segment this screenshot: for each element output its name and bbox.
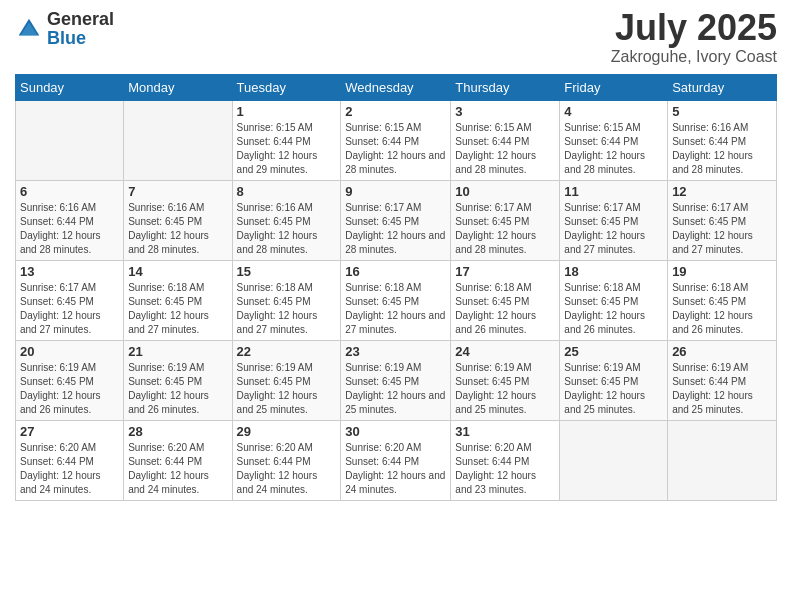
day-number: 27: [20, 424, 119, 439]
calendar-cell: 29Sunrise: 6:20 AMSunset: 6:44 PMDayligh…: [232, 421, 341, 501]
day-info: Sunrise: 6:19 AMSunset: 6:45 PMDaylight:…: [128, 361, 227, 417]
day-number: 6: [20, 184, 119, 199]
calendar: SundayMondayTuesdayWednesdayThursdayFrid…: [15, 74, 777, 501]
day-info: Sunrise: 6:18 AMSunset: 6:45 PMDaylight:…: [128, 281, 227, 337]
calendar-cell: 14Sunrise: 6:18 AMSunset: 6:45 PMDayligh…: [124, 261, 232, 341]
day-number: 23: [345, 344, 446, 359]
day-number: 28: [128, 424, 227, 439]
calendar-cell: [560, 421, 668, 501]
calendar-cell: 11Sunrise: 6:17 AMSunset: 6:45 PMDayligh…: [560, 181, 668, 261]
calendar-cell: 21Sunrise: 6:19 AMSunset: 6:45 PMDayligh…: [124, 341, 232, 421]
day-info: Sunrise: 6:16 AMSunset: 6:44 PMDaylight:…: [672, 121, 772, 177]
day-info: Sunrise: 6:20 AMSunset: 6:44 PMDaylight:…: [345, 441, 446, 497]
day-number: 2: [345, 104, 446, 119]
day-number: 17: [455, 264, 555, 279]
weekday-header: Friday: [560, 75, 668, 101]
calendar-cell: 15Sunrise: 6:18 AMSunset: 6:45 PMDayligh…: [232, 261, 341, 341]
calendar-cell: [124, 101, 232, 181]
calendar-cell: [16, 101, 124, 181]
logo-text: General Blue: [47, 10, 114, 48]
day-info: Sunrise: 6:17 AMSunset: 6:45 PMDaylight:…: [672, 201, 772, 257]
day-info: Sunrise: 6:19 AMSunset: 6:45 PMDaylight:…: [564, 361, 663, 417]
weekday-header-row: SundayMondayTuesdayWednesdayThursdayFrid…: [16, 75, 777, 101]
day-info: Sunrise: 6:15 AMSunset: 6:44 PMDaylight:…: [564, 121, 663, 177]
calendar-cell: 10Sunrise: 6:17 AMSunset: 6:45 PMDayligh…: [451, 181, 560, 261]
day-number: 15: [237, 264, 337, 279]
calendar-cell: 3Sunrise: 6:15 AMSunset: 6:44 PMDaylight…: [451, 101, 560, 181]
day-info: Sunrise: 6:19 AMSunset: 6:45 PMDaylight:…: [20, 361, 119, 417]
day-info: Sunrise: 6:18 AMSunset: 6:45 PMDaylight:…: [672, 281, 772, 337]
calendar-cell: [668, 421, 777, 501]
day-info: Sunrise: 6:17 AMSunset: 6:45 PMDaylight:…: [20, 281, 119, 337]
calendar-cell: 13Sunrise: 6:17 AMSunset: 6:45 PMDayligh…: [16, 261, 124, 341]
day-info: Sunrise: 6:20 AMSunset: 6:44 PMDaylight:…: [20, 441, 119, 497]
week-row: 6Sunrise: 6:16 AMSunset: 6:44 PMDaylight…: [16, 181, 777, 261]
calendar-cell: 8Sunrise: 6:16 AMSunset: 6:45 PMDaylight…: [232, 181, 341, 261]
week-row: 1Sunrise: 6:15 AMSunset: 6:44 PMDaylight…: [16, 101, 777, 181]
day-info: Sunrise: 6:15 AMSunset: 6:44 PMDaylight:…: [237, 121, 337, 177]
day-info: Sunrise: 6:17 AMSunset: 6:45 PMDaylight:…: [455, 201, 555, 257]
week-row: 13Sunrise: 6:17 AMSunset: 6:45 PMDayligh…: [16, 261, 777, 341]
title-section: July 2025 Zakroguhe, Ivory Coast: [611, 10, 777, 66]
day-info: Sunrise: 6:17 AMSunset: 6:45 PMDaylight:…: [564, 201, 663, 257]
day-info: Sunrise: 6:18 AMSunset: 6:45 PMDaylight:…: [455, 281, 555, 337]
day-info: Sunrise: 6:18 AMSunset: 6:45 PMDaylight:…: [564, 281, 663, 337]
day-number: 19: [672, 264, 772, 279]
calendar-cell: 4Sunrise: 6:15 AMSunset: 6:44 PMDaylight…: [560, 101, 668, 181]
logo-blue: Blue: [47, 28, 86, 48]
day-info: Sunrise: 6:17 AMSunset: 6:45 PMDaylight:…: [345, 201, 446, 257]
day-info: Sunrise: 6:18 AMSunset: 6:45 PMDaylight:…: [237, 281, 337, 337]
weekday-header: Monday: [124, 75, 232, 101]
day-number: 25: [564, 344, 663, 359]
calendar-cell: 9Sunrise: 6:17 AMSunset: 6:45 PMDaylight…: [341, 181, 451, 261]
calendar-cell: 17Sunrise: 6:18 AMSunset: 6:45 PMDayligh…: [451, 261, 560, 341]
weekday-header: Wednesday: [341, 75, 451, 101]
day-number: 12: [672, 184, 772, 199]
day-info: Sunrise: 6:16 AMSunset: 6:44 PMDaylight:…: [20, 201, 119, 257]
weekday-header: Saturday: [668, 75, 777, 101]
day-number: 16: [345, 264, 446, 279]
day-info: Sunrise: 6:15 AMSunset: 6:44 PMDaylight:…: [345, 121, 446, 177]
calendar-cell: 12Sunrise: 6:17 AMSunset: 6:45 PMDayligh…: [668, 181, 777, 261]
calendar-cell: 5Sunrise: 6:16 AMSunset: 6:44 PMDaylight…: [668, 101, 777, 181]
week-row: 20Sunrise: 6:19 AMSunset: 6:45 PMDayligh…: [16, 341, 777, 421]
calendar-cell: 31Sunrise: 6:20 AMSunset: 6:44 PMDayligh…: [451, 421, 560, 501]
day-info: Sunrise: 6:19 AMSunset: 6:45 PMDaylight:…: [455, 361, 555, 417]
day-number: 31: [455, 424, 555, 439]
calendar-cell: 2Sunrise: 6:15 AMSunset: 6:44 PMDaylight…: [341, 101, 451, 181]
calendar-cell: 18Sunrise: 6:18 AMSunset: 6:45 PMDayligh…: [560, 261, 668, 341]
location-title: Zakroguhe, Ivory Coast: [611, 48, 777, 66]
day-number: 3: [455, 104, 555, 119]
day-info: Sunrise: 6:15 AMSunset: 6:44 PMDaylight:…: [455, 121, 555, 177]
month-title: July 2025: [611, 10, 777, 46]
weekday-header: Tuesday: [232, 75, 341, 101]
day-number: 1: [237, 104, 337, 119]
header: General Blue July 2025 Zakroguhe, Ivory …: [15, 10, 777, 66]
day-info: Sunrise: 6:16 AMSunset: 6:45 PMDaylight:…: [237, 201, 337, 257]
calendar-cell: 22Sunrise: 6:19 AMSunset: 6:45 PMDayligh…: [232, 341, 341, 421]
calendar-cell: 30Sunrise: 6:20 AMSunset: 6:44 PMDayligh…: [341, 421, 451, 501]
day-number: 10: [455, 184, 555, 199]
day-info: Sunrise: 6:20 AMSunset: 6:44 PMDaylight:…: [455, 441, 555, 497]
day-number: 9: [345, 184, 446, 199]
calendar-cell: 1Sunrise: 6:15 AMSunset: 6:44 PMDaylight…: [232, 101, 341, 181]
week-row: 27Sunrise: 6:20 AMSunset: 6:44 PMDayligh…: [16, 421, 777, 501]
calendar-cell: 20Sunrise: 6:19 AMSunset: 6:45 PMDayligh…: [16, 341, 124, 421]
day-number: 30: [345, 424, 446, 439]
calendar-cell: 27Sunrise: 6:20 AMSunset: 6:44 PMDayligh…: [16, 421, 124, 501]
day-number: 14: [128, 264, 227, 279]
calendar-cell: 16Sunrise: 6:18 AMSunset: 6:45 PMDayligh…: [341, 261, 451, 341]
day-number: 4: [564, 104, 663, 119]
day-info: Sunrise: 6:20 AMSunset: 6:44 PMDaylight:…: [237, 441, 337, 497]
day-number: 11: [564, 184, 663, 199]
day-info: Sunrise: 6:19 AMSunset: 6:45 PMDaylight:…: [237, 361, 337, 417]
day-number: 13: [20, 264, 119, 279]
calendar-cell: 6Sunrise: 6:16 AMSunset: 6:44 PMDaylight…: [16, 181, 124, 261]
day-number: 5: [672, 104, 772, 119]
logo-icon: [15, 15, 43, 43]
calendar-cell: 26Sunrise: 6:19 AMSunset: 6:44 PMDayligh…: [668, 341, 777, 421]
day-number: 24: [455, 344, 555, 359]
weekday-header: Sunday: [16, 75, 124, 101]
calendar-cell: 24Sunrise: 6:19 AMSunset: 6:45 PMDayligh…: [451, 341, 560, 421]
day-info: Sunrise: 6:16 AMSunset: 6:45 PMDaylight:…: [128, 201, 227, 257]
